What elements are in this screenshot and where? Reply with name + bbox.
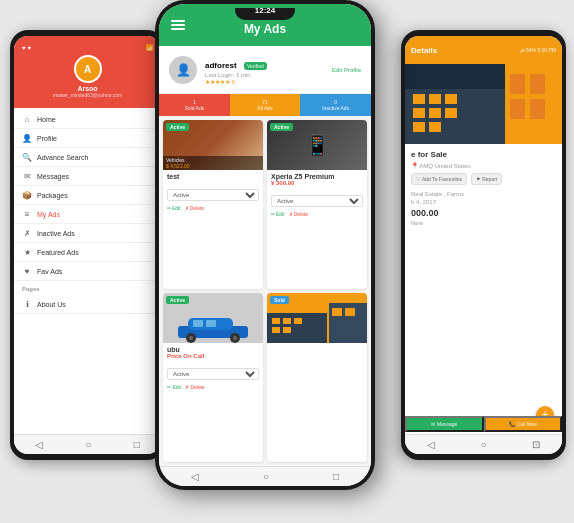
edit-profile-button[interactable]: Edit Profile bbox=[332, 67, 361, 73]
ads-counts-bar: 1 Sold Ads 71 All Ads 0 Inactive Ads bbox=[159, 94, 371, 116]
hamburger-line-3 bbox=[171, 28, 185, 30]
center-header-title: My Ads bbox=[244, 22, 286, 36]
right-home-btn[interactable]: ○ bbox=[480, 439, 486, 450]
packages-icon: 📦 bbox=[22, 190, 32, 200]
store-info: adforest Verified Last Login: 1 min ★★★★… bbox=[205, 54, 267, 85]
nav-label-profile: Profile bbox=[37, 135, 57, 142]
message-button[interactable]: ✉ Message bbox=[405, 416, 484, 432]
ad-status-select-3[interactable]: Active bbox=[167, 368, 259, 380]
ad-image-1: Active Vehicles $ 4,521.00 bbox=[163, 120, 263, 170]
store-name-row: adforest Verified bbox=[205, 54, 267, 72]
heart-icon: ♡ bbox=[416, 176, 420, 182]
phone-icon: 📞 bbox=[509, 421, 515, 427]
hamburger-line-1 bbox=[171, 20, 185, 22]
nav-item-home[interactable]: ⌂ Home bbox=[14, 110, 161, 129]
nav-item-advance-search[interactable]: 🔍 Advance Search bbox=[14, 148, 161, 167]
nav-label-home: Home bbox=[37, 116, 56, 123]
svg-rect-24 bbox=[429, 108, 441, 118]
center-phone-screen: My Ads 👤 adforest Verified Last Login: 1… bbox=[159, 4, 371, 486]
ad-body-1: test bbox=[163, 170, 263, 183]
nav-item-messages[interactable]: ✉ Messages bbox=[14, 167, 161, 186]
ad-price-3: Price On Call bbox=[167, 353, 259, 359]
right-date: h 4, 2017 bbox=[411, 199, 556, 205]
nav-label-about-us: About Us bbox=[37, 301, 66, 308]
nav-label-messages: Messages bbox=[37, 173, 69, 180]
edit-button-2[interactable]: ✏ Edit bbox=[271, 211, 285, 217]
nav-label-fav-ads: Fav Ads bbox=[37, 268, 62, 275]
center-home-btn[interactable]: ○ bbox=[263, 471, 269, 482]
nav-item-fav-ads[interactable]: ♥ Fav Ads bbox=[14, 262, 161, 281]
svg-rect-31 bbox=[510, 99, 525, 119]
ad-body-3: ubu Price On Call bbox=[163, 343, 263, 362]
message-icon: ✉ bbox=[431, 421, 435, 427]
phones-container: ♥ ♥ 📶 A Arsoo master_minded63@yahoo.com … bbox=[0, 0, 574, 523]
nav-item-profile[interactable]: 👤 Profile bbox=[14, 129, 161, 148]
delete-button-2[interactable]: ✗ Delete bbox=[289, 211, 308, 217]
ad-title-3: ubu bbox=[167, 346, 259, 353]
my-ads-icon: ≡ bbox=[22, 209, 32, 219]
add-to-favourites-button[interactable]: ♡ Add To Favourites bbox=[411, 173, 467, 185]
nav-item-featured-ads[interactable]: ★ Featured Ads bbox=[14, 243, 161, 262]
svg-rect-20 bbox=[413, 94, 425, 104]
ad-badge-3: Active bbox=[166, 296, 189, 304]
nav-list: ⌂ Home 👤 Profile 🔍 Advance Search ✉ Mess… bbox=[14, 108, 161, 283]
edit-button-3[interactable]: ✏ Edit bbox=[167, 384, 181, 390]
left-phone: ♥ ♥ 📶 A Arsoo master_minded63@yahoo.com … bbox=[10, 30, 165, 460]
hamburger-menu[interactable] bbox=[171, 20, 185, 30]
ad-badge-4: Sold bbox=[270, 296, 289, 304]
profile-icon: 👤 bbox=[22, 133, 32, 143]
right-recents-btn[interactable]: ⊡ bbox=[532, 439, 540, 450]
ad-actions-2: ✏ Edit ✗ Delete bbox=[267, 209, 367, 220]
right-header-title: Details bbox=[411, 46, 437, 55]
right-detail-content: e for Sale 📍 AMQ United States ♡ Add To … bbox=[405, 144, 562, 238]
store-avatar: 👤 bbox=[169, 56, 197, 84]
right-location: 📍 AMQ United States bbox=[411, 162, 556, 169]
home-icon: ⌂ bbox=[22, 114, 32, 124]
svg-rect-11 bbox=[283, 318, 291, 324]
right-phone-screen: Details 📶 54% 5:10 PM bbox=[405, 36, 562, 454]
center-phone: 12:24 My Ads 👤 a bbox=[155, 0, 375, 490]
report-button[interactable]: ⚑ Report bbox=[471, 173, 502, 185]
right-back-btn[interactable]: ◁ bbox=[427, 439, 435, 450]
search-icon: 🔍 bbox=[22, 152, 32, 162]
ad-image-4: Sold bbox=[267, 293, 367, 343]
back-button[interactable]: ◁ bbox=[35, 439, 43, 450]
user-name: Arsoo bbox=[77, 85, 97, 92]
center-back-btn[interactable]: ◁ bbox=[191, 471, 199, 482]
svg-point-5 bbox=[233, 336, 237, 340]
nav-item-about-us[interactable]: ℹ About Us bbox=[14, 295, 161, 314]
featured-ads-icon: ★ bbox=[22, 247, 32, 257]
svg-rect-14 bbox=[283, 327, 291, 333]
rating: ★★★★★ 0 bbox=[205, 78, 267, 85]
nav-label-my-ads: My Ads bbox=[37, 211, 60, 218]
svg-rect-22 bbox=[445, 94, 457, 104]
center-recents-btn[interactable]: □ bbox=[333, 471, 339, 482]
left-phone-header: ♥ ♥ 📶 A Arsoo master_minded63@yahoo.com bbox=[14, 36, 161, 108]
delete-button-3[interactable]: ✗ Delete bbox=[185, 384, 205, 390]
home-button[interactable]: ○ bbox=[85, 439, 91, 450]
right-category: Real Estate , Farms bbox=[411, 191, 556, 197]
svg-rect-30 bbox=[530, 74, 545, 94]
left-header-icons: ♥ ♥ 📶 bbox=[22, 44, 153, 51]
ads-grid: Active Vehicles $ 4,521.00 test Active bbox=[159, 116, 371, 466]
delete-button-1[interactable]: ✗ Delete bbox=[185, 205, 204, 211]
call-now-button[interactable]: 📞 Call Now bbox=[484, 416, 563, 432]
nav-item-inactive-ads[interactable]: ✗ Inactive Ads bbox=[14, 224, 161, 243]
svg-rect-25 bbox=[445, 108, 457, 118]
ad-image-3: Active bbox=[163, 293, 263, 343]
right-for-sale-title: e for Sale bbox=[411, 150, 556, 159]
right-bottom-nav: ◁ ○ ⊡ bbox=[405, 434, 562, 454]
ad-actions-1: ✏ Edit ✗ Delete bbox=[163, 203, 263, 214]
nav-item-packages[interactable]: 📦 Packages bbox=[14, 186, 161, 205]
pages-label: Pages bbox=[14, 283, 161, 295]
svg-rect-23 bbox=[413, 108, 425, 118]
recents-button[interactable]: □ bbox=[134, 439, 140, 450]
ad-status-select-2[interactable]: Active bbox=[271, 195, 363, 207]
profile-bar: 👤 adforest Verified Last Login: 1 min ★★… bbox=[159, 46, 371, 94]
edit-button-1[interactable]: ✏ Edit bbox=[167, 205, 181, 211]
nav-item-my-ads[interactable]: ≡ My Ads bbox=[14, 205, 161, 224]
svg-rect-6 bbox=[193, 320, 203, 327]
ad-status-select-1[interactable]: Active bbox=[167, 189, 259, 201]
about-icon: ℹ bbox=[22, 299, 32, 309]
right-header: Details 📶 54% 5:10 PM bbox=[405, 36, 562, 64]
